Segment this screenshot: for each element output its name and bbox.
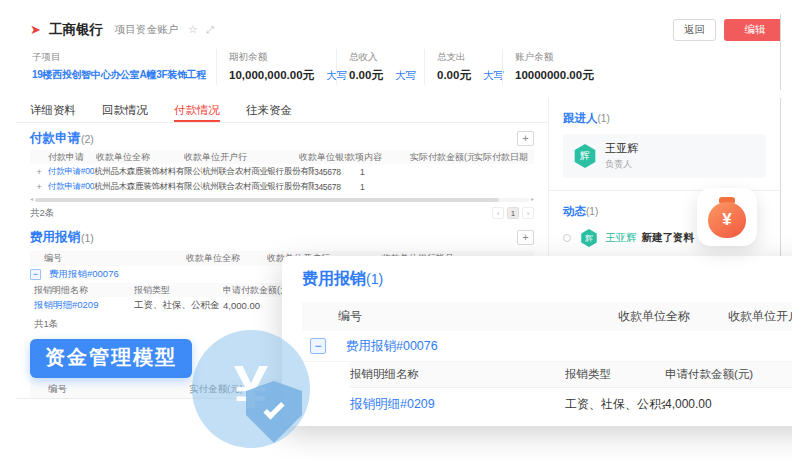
column-header: 收款单位银行帐号 bbox=[299, 151, 346, 164]
scroll-left-icon[interactable]: ◂ bbox=[30, 197, 33, 202]
app-window: ➤ 工商银行 项目资金账户 ☆ ⤢ 返回 编辑 子项目 19楼西投创智中心办公室… bbox=[0, 0, 792, 459]
expand-icon[interactable]: ⤢ bbox=[206, 24, 214, 36]
expense-detail-popup: 费用报销(1) 编号 收款单位全称 收款单位开户行 − 费用报销#00076 报… bbox=[282, 256, 792, 426]
expense-detail-link[interactable]: 报销明细#0209 bbox=[350, 396, 565, 413]
cell-company: 杭州品木森鹿装饰材料有限公司 bbox=[94, 181, 202, 193]
section-title: 付款申请 bbox=[30, 130, 80, 147]
payment-link[interactable]: 付款申请#00274 bbox=[48, 166, 94, 178]
tab-payments[interactable]: 付款情况 bbox=[174, 98, 220, 122]
tab-transactions[interactable]: 往来资金 bbox=[246, 98, 292, 122]
add-expense-button[interactable]: + bbox=[517, 230, 534, 245]
payment-footer: 共2条 ‹ 1 › bbox=[30, 204, 534, 222]
header-bar: ➤ 工商银行 项目资金账户 ☆ ⤢ 返回 编辑 bbox=[16, 14, 780, 45]
overlay-count: (1) bbox=[366, 271, 383, 287]
section-count: (2) bbox=[81, 133, 94, 145]
cell-bank: 杭州联合农村商业银行股份有限公司半山支行 bbox=[202, 181, 314, 193]
column-header: 报销明细名称 bbox=[350, 367, 565, 382]
star-icon[interactable]: ☆ bbox=[188, 23, 198, 36]
column-header: 收款单位全称 bbox=[186, 252, 267, 265]
cell-bank: 杭州联合农村商业银行股份有限公司半山支行 bbox=[202, 166, 314, 178]
overlay-subtable-row: 报销明细#0209 工资、社保、公积金 4,000.00 bbox=[350, 388, 792, 420]
summary-field-total-income: 总收入 0.00元 大写 bbox=[336, 49, 424, 85]
column-header: 收款单位开户行 bbox=[184, 151, 299, 164]
activity-action: 新建了资料 bbox=[642, 231, 695, 245]
expand-row-icon[interactable]: + bbox=[30, 182, 48, 192]
payment-section-header: 付款申请 (2) + bbox=[30, 127, 534, 150]
field-label: 期初余额 bbox=[229, 51, 324, 64]
subproject-link[interactable]: 19楼西投创智中心办公室A幢3F装饰工程 bbox=[32, 68, 206, 82]
activity-user[interactable]: 王亚辉 bbox=[605, 231, 637, 245]
horizontal-scrollbar: ◂ ▸ bbox=[30, 197, 534, 202]
member-name: 王亚辉 bbox=[605, 141, 638, 156]
next-page-button[interactable]: › bbox=[522, 207, 534, 219]
followers-title: 跟进人(1) bbox=[563, 108, 766, 126]
scroll-right-icon[interactable]: ▸ bbox=[531, 197, 534, 202]
field-label: 总支出 bbox=[437, 51, 490, 64]
field-label: 子项目 bbox=[32, 51, 204, 64]
caps-link[interactable]: 大写 bbox=[395, 69, 416, 83]
timeline-dot-icon bbox=[563, 234, 571, 242]
activity-label: 动态 bbox=[563, 205, 586, 217]
cell-content: 1 bbox=[360, 167, 422, 177]
column-header: 付款申请 bbox=[48, 151, 96, 164]
model-badge: 资金管理模型 bbox=[30, 339, 192, 378]
column-header: 收款单位开户行 bbox=[728, 308, 792, 325]
header-card: ➤ 工商银行 项目资金账户 ☆ ⤢ 返回 编辑 子项目 19楼西投创智中心办公室… bbox=[16, 14, 781, 90]
overlay-table-header: 编号 收款单位全称 收款单位开户行 bbox=[302, 302, 792, 331]
summary-field-account-balance: 账户余额 10000000.00元 bbox=[502, 49, 766, 85]
pagination: ‹ 1 › bbox=[492, 207, 534, 219]
expense-link[interactable]: 费用报销#00076 bbox=[49, 268, 119, 281]
column-header: 收款单位全称 bbox=[96, 151, 184, 164]
yen-symbol: ¥ bbox=[722, 210, 731, 230]
overlay-title-row: 费用报销(1) bbox=[302, 269, 792, 290]
follower-card[interactable]: 辉 王亚辉 负责人 bbox=[563, 134, 766, 178]
field-value: 0.00元 bbox=[349, 68, 383, 83]
tab-details[interactable]: 详细资料 bbox=[30, 98, 76, 122]
followers-count: (1) bbox=[598, 113, 610, 124]
collapse-row-icon[interactable]: − bbox=[310, 338, 326, 354]
column-header: 编号 bbox=[48, 383, 189, 396]
bank-logo-icon: ➤ bbox=[30, 22, 41, 37]
tab-receivables[interactable]: 回款情况 bbox=[102, 98, 148, 122]
activity-count: (1) bbox=[586, 206, 598, 217]
back-button[interactable]: 返回 bbox=[673, 19, 716, 41]
expense-link[interactable]: 费用报销#00076 bbox=[346, 338, 438, 355]
overlay-title: 费用报销 bbox=[302, 270, 366, 287]
column-header: 实际付款金额(元) bbox=[410, 151, 474, 164]
summary-field-opening-balance: 期初余额 10,000,000.00元 大写 bbox=[216, 49, 336, 85]
field-label: 总收入 bbox=[349, 51, 412, 64]
field-value: 10000000.00元 bbox=[515, 68, 594, 83]
current-page[interactable]: 1 bbox=[507, 207, 519, 219]
overlay-subtable-header: 报销明细名称 报销类型 申请付款金额(元) bbox=[350, 362, 792, 388]
payment-table-row: + 付款申请#00272 杭州品木森鹿装饰材料有限公司 杭州联合农村商业银行股份… bbox=[30, 180, 534, 194]
column-header: 收款单位全称 bbox=[618, 308, 728, 325]
expense-detail-link[interactable]: 报销明细#0209 bbox=[34, 299, 134, 312]
field-value: 10,000,000.00元 bbox=[229, 68, 314, 83]
money-bag-icon: ¥ bbox=[708, 202, 746, 238]
cell-company: 杭州品木森鹿装饰材料有限公司 bbox=[94, 166, 202, 178]
overlay-table-row: − 费用报销#00076 bbox=[302, 331, 792, 362]
add-payment-button[interactable]: + bbox=[517, 131, 534, 146]
caps-link[interactable]: 大写 bbox=[483, 69, 504, 83]
edit-button[interactable]: 编辑 bbox=[724, 19, 781, 41]
summary-row: 子项目 19楼西投创智中心办公室A幢3F装饰工程 期初余额 10,000,000… bbox=[16, 45, 780, 85]
scrollbar-thumb[interactable] bbox=[35, 198, 499, 202]
money-bag-widget[interactable]: ¥ bbox=[697, 188, 757, 246]
column-header: 报销明细名称 bbox=[34, 284, 134, 297]
column-header: 编号 bbox=[44, 252, 186, 265]
followers-label: 跟进人 bbox=[563, 112, 598, 124]
payment-link[interactable]: 付款申请#00272 bbox=[48, 181, 94, 193]
member-role: 负责人 bbox=[605, 158, 638, 171]
section-count: (1) bbox=[81, 232, 94, 244]
field-label: 账户余额 bbox=[515, 51, 754, 64]
cell-amount: 4,000.00 bbox=[665, 397, 792, 411]
total-count: 共2条 bbox=[30, 207, 54, 220]
column-header: 款项内容 bbox=[346, 151, 410, 164]
page-title: 工商银行 bbox=[49, 21, 103, 39]
section-title: 费用报销 bbox=[30, 229, 80, 246]
collapse-row-icon[interactable]: − bbox=[30, 269, 41, 280]
column-header: 报销类型 bbox=[565, 367, 665, 382]
field-value: 0.00元 bbox=[437, 68, 471, 83]
expand-row-icon[interactable]: + bbox=[30, 167, 48, 177]
prev-page-button[interactable]: ‹ bbox=[492, 207, 504, 219]
